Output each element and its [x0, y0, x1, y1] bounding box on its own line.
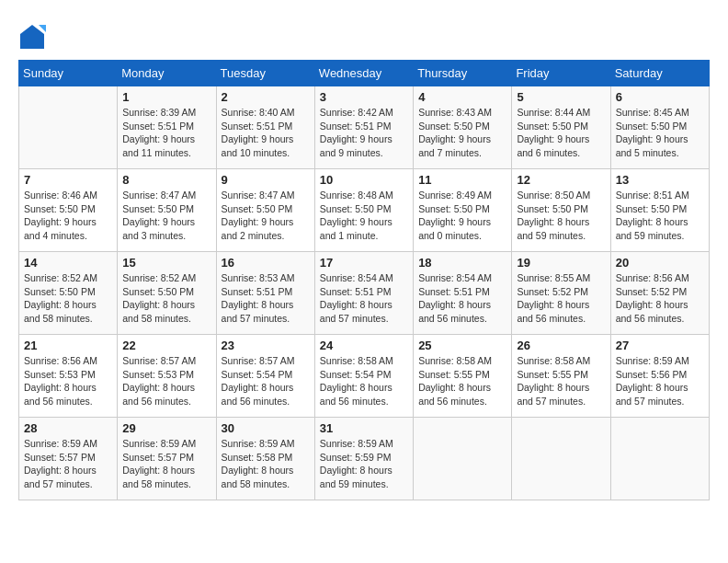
day-info: Sunrise: 8:59 AM Sunset: 5:59 PM Dayligh…	[320, 437, 408, 491]
calendar-day-cell: 21Sunrise: 8:56 AM Sunset: 5:53 PM Dayli…	[19, 335, 118, 418]
day-info: Sunrise: 8:52 AM Sunset: 5:50 PM Dayligh…	[122, 271, 210, 326]
calendar-day-cell: 4Sunrise: 8:43 AM Sunset: 5:50 PM Daylig…	[414, 86, 512, 169]
calendar-week-row: 1Sunrise: 8:39 AM Sunset: 5:51 PM Daylig…	[19, 86, 710, 169]
calendar-day-cell: 29Sunrise: 8:59 AM Sunset: 5:57 PM Dayli…	[118, 418, 216, 500]
calendar-day-cell: 8Sunrise: 8:47 AM Sunset: 5:50 PM Daylig…	[118, 169, 216, 252]
day-number: 27	[616, 339, 704, 352]
logo	[18, 23, 50, 51]
calendar-day-cell: 3Sunrise: 8:42 AM Sunset: 5:51 PM Daylig…	[314, 86, 413, 169]
day-info: Sunrise: 8:58 AM Sunset: 5:55 PM Dayligh…	[418, 354, 506, 408]
day-info: Sunrise: 8:54 AM Sunset: 5:51 PM Dayligh…	[320, 271, 408, 326]
calendar-day-cell: 1Sunrise: 8:39 AM Sunset: 5:51 PM Daylig…	[118, 86, 216, 169]
calendar-day-cell: 25Sunrise: 8:58 AM Sunset: 5:55 PM Dayli…	[414, 335, 512, 418]
day-number: 24	[320, 339, 408, 352]
day-number: 13	[616, 173, 704, 187]
day-info: Sunrise: 8:58 AM Sunset: 5:55 PM Dayligh…	[517, 354, 605, 408]
day-number: 7	[24, 173, 112, 187]
calendar-week-row: 28Sunrise: 8:59 AM Sunset: 5:57 PM Dayli…	[19, 418, 710, 500]
logo-icon	[18, 23, 46, 51]
day-number: 11	[418, 173, 506, 187]
calendar-week-row: 14Sunrise: 8:52 AM Sunset: 5:50 PM Dayli…	[19, 252, 710, 335]
day-number: 5	[517, 90, 605, 104]
calendar-day-cell: 22Sunrise: 8:57 AM Sunset: 5:53 PM Dayli…	[118, 335, 216, 418]
calendar-day-cell: 18Sunrise: 8:54 AM Sunset: 5:51 PM Dayli…	[414, 252, 512, 335]
calendar-day-cell: 5Sunrise: 8:44 AM Sunset: 5:50 PM Daylig…	[512, 86, 610, 169]
calendar-day-cell: 15Sunrise: 8:52 AM Sunset: 5:50 PM Dayli…	[118, 252, 216, 335]
weekday-header: Thursday	[414, 61, 512, 86]
day-info: Sunrise: 8:57 AM Sunset: 5:53 PM Dayligh…	[122, 354, 210, 408]
calendar-day-cell	[610, 418, 709, 500]
calendar-day-cell	[19, 86, 118, 169]
svg-marker-0	[20, 25, 44, 49]
day-info: Sunrise: 8:49 AM Sunset: 5:50 PM Dayligh…	[418, 189, 506, 243]
day-info: Sunrise: 8:39 AM Sunset: 5:51 PM Dayligh…	[122, 106, 210, 160]
day-number: 9	[222, 173, 310, 187]
calendar-day-cell	[414, 418, 512, 500]
day-number: 3	[320, 90, 408, 104]
day-number: 22	[122, 339, 210, 352]
day-info: Sunrise: 8:59 AM Sunset: 5:56 PM Dayligh…	[616, 354, 704, 408]
calendar-day-cell: 23Sunrise: 8:57 AM Sunset: 5:54 PM Dayli…	[216, 335, 314, 418]
day-number: 18	[418, 256, 506, 270]
day-number: 4	[418, 90, 506, 104]
day-info: Sunrise: 8:59 AM Sunset: 5:57 PM Dayligh…	[122, 437, 210, 491]
day-info: Sunrise: 8:48 AM Sunset: 5:50 PM Dayligh…	[320, 189, 408, 243]
calendar-week-row: 21Sunrise: 8:56 AM Sunset: 5:53 PM Dayli…	[19, 335, 710, 418]
day-number: 29	[122, 421, 210, 435]
calendar-day-cell: 9Sunrise: 8:47 AM Sunset: 5:50 PM Daylig…	[216, 169, 314, 252]
calendar-header: SundayMondayTuesdayWednesdayThursdayFrid…	[19, 61, 710, 86]
day-info: Sunrise: 8:45 AM Sunset: 5:50 PM Dayligh…	[616, 106, 704, 160]
calendar-day-cell: 16Sunrise: 8:53 AM Sunset: 5:51 PM Dayli…	[216, 252, 314, 335]
day-number: 30	[222, 421, 310, 435]
day-info: Sunrise: 8:47 AM Sunset: 5:50 PM Dayligh…	[222, 189, 310, 243]
day-info: Sunrise: 8:40 AM Sunset: 5:51 PM Dayligh…	[222, 106, 310, 160]
day-number: 19	[517, 256, 605, 270]
calendar-day-cell: 28Sunrise: 8:59 AM Sunset: 5:57 PM Dayli…	[19, 418, 118, 500]
day-number: 10	[320, 173, 408, 187]
calendar-table: SundayMondayTuesdayWednesdayThursdayFrid…	[18, 60, 710, 500]
day-info: Sunrise: 8:44 AM Sunset: 5:50 PM Dayligh…	[517, 106, 605, 160]
day-number: 31	[320, 421, 408, 435]
day-info: Sunrise: 8:55 AM Sunset: 5:52 PM Dayligh…	[517, 271, 605, 326]
calendar-day-cell: 14Sunrise: 8:52 AM Sunset: 5:50 PM Dayli…	[19, 252, 118, 335]
calendar-day-cell: 6Sunrise: 8:45 AM Sunset: 5:50 PM Daylig…	[610, 86, 709, 169]
day-info: Sunrise: 8:56 AM Sunset: 5:53 PM Dayligh…	[24, 354, 112, 408]
day-info: Sunrise: 8:57 AM Sunset: 5:54 PM Dayligh…	[222, 354, 310, 408]
day-number: 26	[517, 339, 605, 352]
day-number: 25	[418, 339, 506, 352]
day-number: 20	[616, 256, 704, 270]
day-number: 2	[222, 90, 310, 104]
weekday-header: Wednesday	[314, 61, 413, 86]
calendar-day-cell: 19Sunrise: 8:55 AM Sunset: 5:52 PM Dayli…	[512, 252, 610, 335]
weekday-header: Sunday	[19, 61, 118, 86]
day-info: Sunrise: 8:53 AM Sunset: 5:51 PM Dayligh…	[222, 271, 310, 326]
day-info: Sunrise: 8:50 AM Sunset: 5:50 PM Dayligh…	[517, 189, 605, 243]
day-info: Sunrise: 8:43 AM Sunset: 5:50 PM Dayligh…	[418, 106, 506, 160]
day-info: Sunrise: 8:58 AM Sunset: 5:54 PM Dayligh…	[320, 354, 408, 408]
day-number: 1	[122, 90, 210, 104]
weekday-header: Friday	[512, 61, 610, 86]
day-number: 15	[122, 256, 210, 270]
calendar-day-cell: 13Sunrise: 8:51 AM Sunset: 5:50 PM Dayli…	[610, 169, 709, 252]
weekday-header: Saturday	[610, 61, 709, 86]
day-number: 16	[222, 256, 310, 270]
calendar-day-cell: 10Sunrise: 8:48 AM Sunset: 5:50 PM Dayli…	[314, 169, 413, 252]
day-number: 14	[24, 256, 112, 270]
day-info: Sunrise: 8:42 AM Sunset: 5:51 PM Dayligh…	[320, 106, 408, 160]
calendar-day-cell	[512, 418, 610, 500]
day-info: Sunrise: 8:47 AM Sunset: 5:50 PM Dayligh…	[122, 189, 210, 243]
day-number: 21	[24, 339, 112, 352]
day-info: Sunrise: 8:59 AM Sunset: 5:58 PM Dayligh…	[222, 437, 310, 491]
calendar-day-cell: 24Sunrise: 8:58 AM Sunset: 5:54 PM Dayli…	[314, 335, 413, 418]
calendar-day-cell: 27Sunrise: 8:59 AM Sunset: 5:56 PM Dayli…	[610, 335, 709, 418]
day-number: 8	[122, 173, 210, 187]
day-info: Sunrise: 8:52 AM Sunset: 5:50 PM Dayligh…	[24, 271, 112, 326]
day-number: 23	[222, 339, 310, 352]
day-number: 17	[320, 256, 408, 270]
page-header	[18, 18, 710, 51]
weekday-header: Tuesday	[216, 61, 314, 86]
calendar-day-cell: 7Sunrise: 8:46 AM Sunset: 5:50 PM Daylig…	[19, 169, 118, 252]
day-number: 12	[517, 173, 605, 187]
calendar-day-cell: 2Sunrise: 8:40 AM Sunset: 5:51 PM Daylig…	[216, 86, 314, 169]
day-info: Sunrise: 8:59 AM Sunset: 5:57 PM Dayligh…	[24, 437, 112, 491]
